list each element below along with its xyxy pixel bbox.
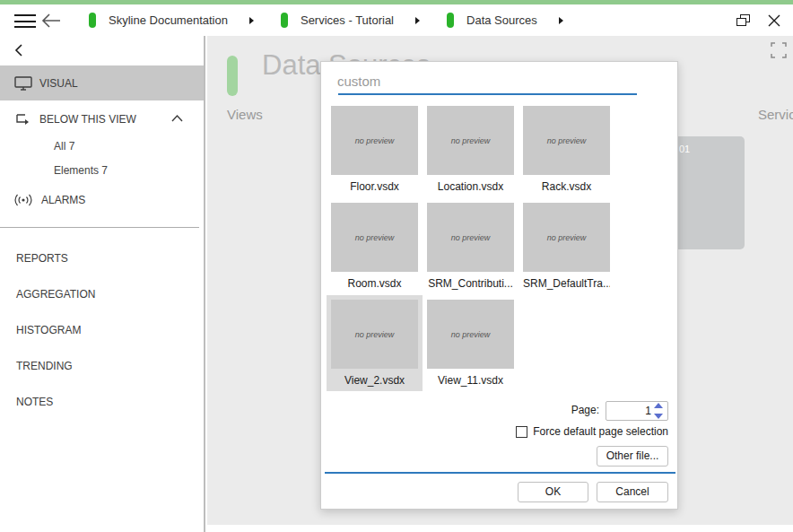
sidebar-item-alarms[interactable]: ALARMS — [0, 188, 204, 212]
sidebar-item-histogram[interactable]: HISTOGRAM — [16, 321, 81, 339]
menu-icon[interactable] — [14, 14, 36, 28]
page-spinner — [606, 401, 668, 421]
services-section-label: Services — [758, 107, 793, 122]
no-preview-text: no preview — [451, 233, 491, 242]
window-controls — [736, 4, 786, 36]
file-tile-room[interactable]: no preview Room.vsdx — [331, 203, 418, 290]
file-tile-srm-contributing[interactable]: no preview SRM_Contributi... — [427, 203, 514, 290]
sidebar-item-aggregation[interactable]: AGGREGATION — [16, 285, 95, 303]
file-thumbnail: no preview — [331, 106, 418, 175]
views-section-label: Views — [227, 107, 263, 122]
sidebar-item-elements[interactable]: Elements 7 — [54, 164, 108, 177]
file-filter-input[interactable] — [337, 69, 662, 92]
other-file-button[interactable]: Other file... — [597, 446, 668, 467]
back-arrow-icon[interactable] — [41, 13, 61, 28]
branch-arrow-icon — [14, 111, 32, 127]
sidebar: VISUAL BELOW THIS VIEW All 7 Elements 7 … — [0, 36, 205, 532]
file-thumbnail: no preview — [523, 203, 610, 272]
file-name: SRM_DefaultTra... — [523, 277, 610, 290]
file-name: Room.vsdx — [331, 277, 418, 290]
filter-underline — [338, 93, 637, 95]
breadcrumb-label[interactable]: Data Sources — [466, 13, 537, 27]
file-name: SRM_Contributi... — [427, 277, 514, 290]
app-window: Skyline Documentation Services - Tutoria… — [0, 0, 793, 532]
view-status-pill — [227, 56, 238, 96]
force-default-checkbox[interactable] — [516, 426, 527, 438]
page-number-input[interactable] — [608, 403, 651, 419]
alarms-waves-icon — [13, 192, 34, 208]
view-status-pill-icon — [447, 13, 454, 28]
file-name: Location.vsdx — [427, 180, 514, 193]
force-default-row: Force default page selection — [516, 425, 668, 438]
file-name: Floor.vsdx — [331, 180, 418, 193]
view-status-pill-icon — [89, 13, 96, 28]
file-grid: no preview Floor.vsdx no preview Locatio… — [331, 106, 627, 387]
no-preview-text: no preview — [355, 330, 395, 339]
sidebar-divider — [0, 227, 199, 228]
force-default-label: Force default page selection — [533, 425, 668, 438]
window-close-icon[interactable] — [768, 14, 780, 27]
file-thumbnail: no preview — [331, 300, 418, 369]
no-preview-text: no preview — [355, 233, 395, 242]
file-thumbnail: no preview — [427, 203, 514, 272]
breadcrumb-label[interactable]: Services - Tutorial — [301, 13, 394, 27]
sidebar-item-notes[interactable]: NOTES — [16, 393, 53, 411]
breadcrumb-separator-icon[interactable] — [249, 17, 254, 24]
no-preview-text: no preview — [547, 136, 587, 145]
file-tile-srm-default[interactable]: no preview SRM_DefaultTra... — [523, 203, 610, 290]
file-name: View_2.vsdx — [331, 374, 418, 387]
top-bar: Skyline Documentation Services - Tutoria… — [0, 4, 793, 36]
sidebar-item-reports[interactable]: REPORTS — [16, 249, 68, 267]
fullscreen-icon[interactable] — [770, 41, 788, 59]
no-preview-text: no preview — [451, 330, 491, 339]
window-restore-icon[interactable] — [736, 14, 750, 26]
file-name: Rack.vsdx — [523, 180, 610, 193]
sidebar-item-label: BELOW THIS VIEW — [39, 113, 136, 126]
file-thumbnail: no preview — [427, 300, 514, 369]
ok-button[interactable]: OK — [518, 482, 588, 502]
file-thumbnail: no preview — [331, 203, 418, 272]
breadcrumb-item-services-tutorial[interactable]: Services - Tutorial — [281, 13, 394, 28]
view-status-pill-icon — [281, 13, 288, 28]
file-thumbnail: no preview — [523, 106, 610, 175]
no-preview-text: no preview — [547, 233, 587, 242]
file-thumbnail: no preview — [427, 106, 514, 175]
file-name: View_11.vsdx — [427, 374, 514, 387]
sidebar-item-label: ALARMS — [41, 194, 85, 206]
breadcrumb-item-skyline-documentation[interactable]: Skyline Documentation — [89, 13, 228, 28]
no-preview-text: no preview — [451, 136, 491, 145]
cancel-button[interactable]: Cancel — [597, 482, 668, 502]
dialog-divider — [325, 472, 675, 474]
breadcrumb-item-data-sources[interactable]: Data Sources — [447, 13, 537, 28]
page-spinner-down-icon[interactable] — [654, 414, 663, 419]
file-tile-view-11[interactable]: no preview View_11.vsdx — [427, 300, 514, 387]
page-label: Page: — [571, 404, 599, 416]
breadcrumb-separator-icon[interactable] — [559, 17, 563, 24]
sidebar-item-trending[interactable]: TRENDING — [16, 357, 73, 375]
file-tile-rack[interactable]: no preview Rack.vsdx — [523, 106, 610, 193]
breadcrumb: Skyline Documentation Services - Tutoria… — [89, 4, 590, 36]
no-preview-text: no preview — [355, 136, 395, 145]
sidebar-item-visual[interactable]: VISUAL — [0, 65, 204, 100]
sidebar-collapse-icon[interactable] — [13, 43, 27, 57]
sidebar-item-label: VISUAL — [39, 77, 78, 90]
chevron-up-icon[interactable] — [170, 113, 184, 124]
sidebar-item-all[interactable]: All 7 — [54, 140, 74, 153]
breadcrumb-label[interactable]: Skyline Documentation — [109, 13, 228, 27]
monitor-icon — [14, 75, 32, 92]
file-tile-location[interactable]: no preview Location.vsdx — [427, 106, 514, 193]
page-spinner-up-icon[interactable] — [654, 403, 663, 408]
file-picker-dialog: no preview Floor.vsdx no preview Locatio… — [320, 61, 678, 510]
file-tile-view-2-selected[interactable]: no preview View_2.vsdx — [331, 300, 418, 387]
breadcrumb-separator-icon[interactable] — [415, 17, 420, 24]
file-tile-floor[interactable]: no preview Floor.vsdx — [331, 106, 418, 193]
